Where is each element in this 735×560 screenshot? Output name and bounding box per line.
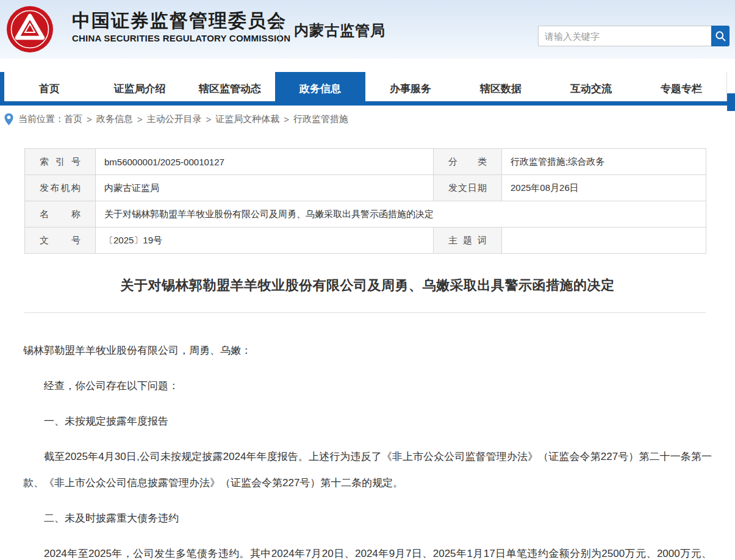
subject-words-value [502,228,706,254]
search-button[interactable] [711,26,730,46]
index-number-value: bm56000001/2025-00010127 [96,149,434,175]
location-pin-icon [4,113,14,126]
search-box [538,26,730,46]
breadcrumb: 当前位置： 首页 > 政务信息 > 主动公开目录 > 证监局文种体裁 > 行政监… [0,106,735,132]
document-meta-table: 索引号 bm56000001/2025-00010127 分类 行政监管措施;综… [24,148,706,254]
table-row: 文号 〔2025〕19号 主题词 [25,228,706,254]
breadcrumb-separator: > [137,114,143,124]
table-row: 名称 关于对锡林郭勒盟羊羊牧业股份有限公司及周勇、乌嫩采取出具警示函措施的决定 [25,201,706,228]
org-title-block: 中国证券监督管理委员会 CHINA SECURITIES REGULATORY … [72,10,290,43]
bureau-name: 内蒙古监管局 [294,21,385,40]
doc-number-value: 〔2025〕19号 [96,228,434,254]
doc-name-label: 名称 [25,201,96,228]
search-icon [714,30,726,42]
doc-number-label: 文号 [25,228,96,254]
publisher-value: 内蒙古证监局 [96,175,434,201]
org-name-en: CHINA SECURITIES REGULATORY COMMISSION [72,33,290,43]
table-row: 发布机构 内蒙古证监局 发文日期 2025年08月26日 [25,175,706,201]
pubdate-label: 发文日期 [434,175,502,201]
nav-item-bureau-intro[interactable]: 证监局介绍 [95,72,185,106]
article-paragraph: 一、未按规定披露年度报告 [23,408,712,434]
nav-item-regional-data[interactable]: 辖区数据 [456,72,546,106]
breadcrumb-prefix: 当前位置： [18,113,64,125]
page: 中国证券监督管理委员会 CHINA SECURITIES REGULATORY … [0,0,735,560]
breadcrumb-separator: > [284,114,289,124]
breadcrumb-separator: > [87,114,92,124]
breadcrumb-item-open-catalog[interactable]: 主动公开目录 [147,113,202,125]
article-body: 锡林郭勒盟羊羊牧业股份有限公司，周勇、乌嫩： 经查，你公司存在以下问题： 一、未… [0,313,735,560]
main-nav: 首页 证监局介绍 辖区监管动态 政务信息 办事服务 辖区数据 互动交流 专题专栏 [0,72,735,106]
article-paragraph: 2024年至2025年，公司发生多笔债务违约。其中2024年7月20日、2024… [23,540,712,560]
site-header: 中国证券监督管理委员会 CHINA SECURITIES REGULATORY … [0,0,735,59]
header-divider [279,16,280,44]
nav-item-regional-news[interactable]: 辖区监管动态 [185,72,275,106]
article-title: 关于对锡林郭勒盟羊羊牧业股份有限公司及周勇、乌嫩采取出具警示函措施的决定 [0,276,735,295]
breadcrumb-item-gov-info[interactable]: 政务信息 [96,113,133,125]
breadcrumb-separator: > [206,114,212,124]
publisher-label: 发布机构 [25,175,96,201]
article-paragraph: 经查，你公司存在以下问题： [23,373,712,399]
pubdate-value: 2025年08月26日 [502,175,706,201]
article-paragraph: 截至2025年4月30日,公司未按规定披露2024年年度报告。上述行为违反了《非… [23,443,712,496]
nav-item-special-topics[interactable]: 专题专栏 [636,72,726,106]
article-paragraph: 二、未及时披露重大债务违约 [23,505,712,531]
nav-item-home[interactable]: 首页 [4,72,95,106]
index-number-label: 索引号 [25,149,96,175]
nav-item-services[interactable]: 办事服务 [365,72,456,106]
doc-name-value: 关于对锡林郭勒盟羊羊牧业股份有限公司及周勇、乌嫩采取出具警示函措施的决定 [96,201,706,228]
article-paragraph: 锡林郭勒盟羊羊牧业股份有限公司，周勇、乌嫩： [23,337,712,364]
subject-words-label: 主题词 [434,228,502,254]
search-input[interactable] [538,26,711,46]
org-name-cn: 中国证券监督管理委员会 [72,10,290,32]
nav-item-interaction[interactable]: 互动交流 [546,72,636,106]
breadcrumb-item-doc-genre[interactable]: 证监局文种体裁 [215,113,279,125]
category-label: 分类 [434,149,502,175]
category-value: 行政监管措施;综合政务 [502,149,706,175]
nav-item-gov-info[interactable]: 政务信息 [275,72,365,106]
csrc-seal-logo [6,5,54,53]
nav-right-accent [727,93,735,111]
breadcrumb-item-admin-measures[interactable]: 行政监管措施 [293,113,348,125]
nav-items: 首页 证监局介绍 辖区监管动态 政务信息 办事服务 辖区数据 互动交流 专题专栏 [4,72,727,101]
nav-left-accent [0,72,4,106]
breadcrumb-item-home[interactable]: 首页 [64,113,82,125]
table-row: 索引号 bm56000001/2025-00010127 分类 行政监管措施;综… [25,149,706,175]
